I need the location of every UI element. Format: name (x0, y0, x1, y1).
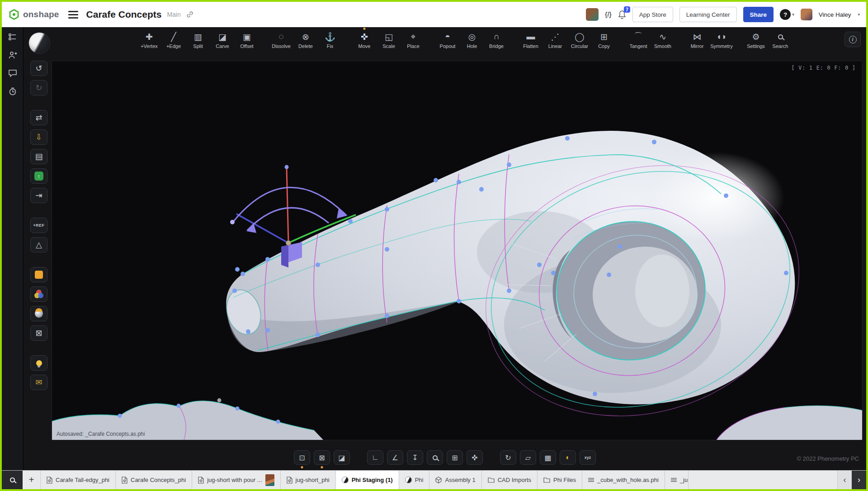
zoom-fit-button[interactable]: ⊡ (294, 450, 310, 465)
tool-symmetry[interactable]: ◖◗Symmetry (711, 31, 732, 49)
phi-doc-icon (47, 477, 52, 484)
import-file-button[interactable]: ⇩ (30, 129, 47, 145)
save-button[interactable]: ▤ (30, 149, 47, 164)
model-scene[interactable] (52, 61, 862, 440)
tool-search[interactable]: Search (770, 31, 791, 49)
triad-xyz-button[interactable]: xyz (580, 450, 596, 465)
display-mode-button[interactable]: ◪ (334, 450, 350, 465)
tab-scroll-controls: ‹ › (837, 471, 866, 489)
view-normal-to-button[interactable]: ↧ (407, 450, 423, 465)
onshape-logo[interactable]: onshape (8, 9, 59, 20)
tab-jug-short-with-pour[interactable]: jug-short with pour ... (192, 471, 280, 489)
comments-icon[interactable] (8, 69, 17, 78)
viewport-canvas[interactable]: [ V: 1 E: 0 F: 0 ] Autosaved: _Carafe Co… (52, 61, 863, 440)
redo-button[interactable]: ↻ (30, 80, 47, 95)
tool-edge[interactable]: ╱+Edge (163, 31, 184, 49)
phi-doc-icon (122, 477, 127, 484)
view-box-button[interactable]: ⊠ (30, 325, 47, 341)
tool-settings[interactable]: ⚙Settings (745, 31, 766, 49)
appearance-button[interactable]: ◐ (560, 450, 576, 465)
tab-ju[interactable]: _ju (665, 471, 689, 489)
tab-list: Carafe Tall-edgy_phiCarafe Concepts_phij… (41, 471, 689, 489)
tab-cad-imports[interactable]: CAD Imports (482, 471, 538, 489)
tool-dissolve[interactable]: ◌Dissolve (271, 31, 292, 49)
history-icon[interactable] (8, 87, 17, 96)
view-iso-right-button[interactable]: ∠ (387, 450, 403, 465)
tab-scroll-right-button[interactable]: › (852, 471, 866, 489)
search-icon (10, 477, 15, 482)
tab-search-button[interactable] (2, 471, 23, 489)
tool-move[interactable]: ✜Move (354, 31, 375, 49)
tab-phi-files[interactable]: Phi Files (538, 471, 582, 489)
tab-scroll-left-button[interactable]: ‹ (837, 471, 852, 489)
phi-doc-icon (287, 477, 292, 484)
subd-model-body[interactable] (221, 129, 829, 440)
featurescript-icon[interactable]: {/} (605, 11, 612, 18)
section-view-button[interactable]: ▱ (520, 450, 536, 465)
tool-carve[interactable]: ◪Carve (212, 31, 233, 49)
autosave-status: Autosaved: _Carafe Concepts.as.phi (57, 431, 145, 437)
left-rail (2, 27, 24, 470)
tool-smooth[interactable]: ∿Smooth (652, 31, 673, 49)
tool-fix[interactable]: ⚓Fix (320, 31, 340, 49)
tool-vertex[interactable]: ✚+Vertex (139, 31, 160, 49)
share-users-icon[interactable] (8, 51, 17, 60)
sync-button[interactable]: ⇄ (30, 110, 47, 125)
tool-flatten[interactable]: ▬Flatten (520, 31, 541, 49)
contact-button[interactable]: ✉ (30, 375, 47, 390)
user-avatar[interactable] (801, 9, 812, 20)
main-body: ↺↻⇄⇩▤↑⇥+REF△⊠✉ ✚+Vertex╱+Edge▥Split◪Carv… (2, 27, 866, 470)
tab-phi-staging-1[interactable]: Phi Staging (1) (336, 471, 399, 489)
tab-phi[interactable]: Phi (399, 471, 430, 489)
turntable-button[interactable]: ↻ (500, 450, 516, 465)
light-button[interactable] (30, 355, 47, 371)
hamburger-menu-icon[interactable] (68, 11, 78, 19)
tool-place[interactable]: ⌖Place (403, 31, 424, 49)
zoom-region-button[interactable]: ⊞ (447, 450, 463, 465)
tool-offset[interactable]: ▣Offset (236, 31, 257, 49)
add-reference-button[interactable]: +REF (30, 218, 47, 233)
tab-carafe-concepts-phi[interactable]: Carafe Concepts_phi (116, 471, 192, 489)
link-icon[interactable] (186, 11, 193, 18)
phi-plugin-logo[interactable] (29, 33, 50, 53)
color-wheel-button[interactable] (30, 286, 47, 302)
tool-split[interactable]: ▥Split (188, 31, 208, 49)
tab-carafe-tall-edgy-phi[interactable]: Carafe Tall-edgy_phi (41, 471, 116, 489)
datum-plane-button[interactable]: △ (30, 237, 47, 253)
material-button[interactable] (30, 306, 47, 321)
workspace-label[interactable]: Main (167, 11, 180, 18)
grid-toggle-button[interactable]: ▦ (540, 450, 556, 465)
collaborator-avatar[interactable] (586, 8, 599, 21)
pan-button[interactable]: ✜ (467, 450, 483, 465)
undo-button[interactable]: ↺ (30, 61, 47, 76)
tab-jug-short-phi[interactable]: jug-short_phi (281, 471, 336, 489)
user-menu[interactable]: Vince Haley (819, 11, 851, 18)
app-store-button[interactable]: App Store (632, 7, 673, 22)
learning-center-button[interactable]: Learning Center (679, 7, 737, 22)
tool-scale[interactable]: ◱Scale (378, 31, 399, 49)
info-button[interactable]: i (844, 32, 861, 47)
tool-linear[interactable]: ⋰Linear (545, 31, 566, 49)
view-cube-button[interactable]: ⊠ (314, 450, 330, 465)
tool-delete[interactable]: ⊗Delete (295, 31, 316, 49)
tool-tangent[interactable]: ⌒Tangent (628, 31, 649, 49)
view-iso-left-button[interactable]: ∟ (367, 450, 383, 465)
export-button[interactable]: ⇥ (30, 188, 47, 203)
tool-popout[interactable]: ◓Popout (437, 31, 458, 49)
export-onshape-button[interactable]: ↑ (30, 168, 47, 184)
tab-assembly-1[interactable]: Assembly 1 (429, 471, 481, 489)
notification-badge: 7 (624, 6, 630, 13)
color-swatch-button[interactable] (30, 267, 47, 282)
help-button[interactable]: ? (780, 9, 791, 20)
tab-cube-with-hole-as-phi[interactable]: _cube_with_hole.as.phi (582, 471, 665, 489)
notifications-bell[interactable]: 7 (618, 10, 626, 19)
tool-mirror[interactable]: ⋈Mirror (687, 31, 708, 49)
tool-copy[interactable]: ⊞Copy (594, 31, 614, 49)
share-button[interactable]: Share (743, 7, 774, 22)
tool-circular[interactable]: ◯Circular (569, 31, 590, 49)
tool-bridge[interactable]: ∩Bridge (486, 31, 507, 49)
zoom-in-button[interactable] (427, 450, 443, 465)
feature-list-icon[interactable] (8, 33, 17, 42)
tool-hole[interactable]: ◎Hole (462, 31, 482, 49)
new-tab-button[interactable]: + (23, 471, 41, 489)
